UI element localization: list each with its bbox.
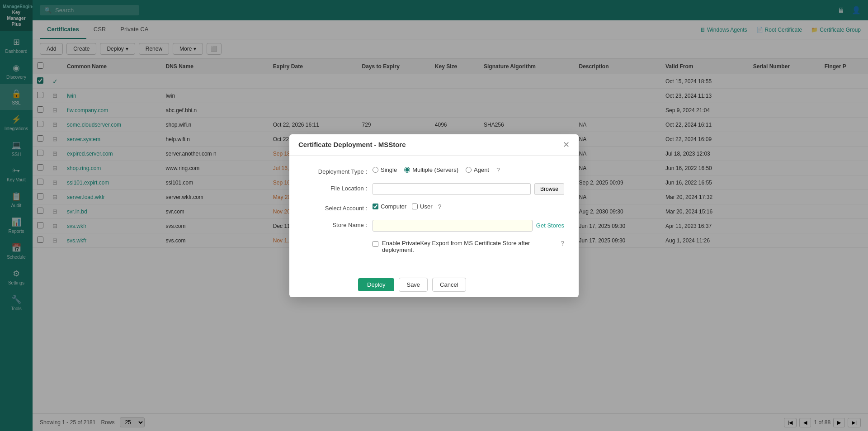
multiple-radio[interactable]: [404, 167, 410, 173]
user-checkbox[interactable]: [412, 204, 418, 209]
computer-checkbox[interactable]: [373, 204, 378, 209]
modal-header: Certificate Deployment - MSStore ✕: [289, 134, 579, 156]
select-account-control: Computer User ?: [373, 203, 564, 210]
deployment-type-row: Deployment Type : Single Multiple (Serve…: [304, 166, 564, 175]
single-label: Single: [381, 166, 397, 173]
enable-export-label: Enable PrivateKey Export from MS Certifi…: [382, 240, 557, 253]
file-location-row: File Location : Browse: [304, 183, 564, 195]
select-account-row: Select Account : Computer User ?: [304, 203, 564, 212]
store-name-control: Get Stores: [373, 220, 564, 232]
file-location-label: File Location :: [304, 183, 367, 192]
modal-close-button[interactable]: ✕: [563, 141, 570, 149]
store-name-row: Store Name : Get Stores: [304, 220, 564, 232]
modal-title: Certificate Deployment - MSStore: [298, 141, 406, 148]
file-location-input[interactable]: [373, 183, 531, 195]
user-check-label[interactable]: User: [412, 203, 432, 210]
get-stores-link[interactable]: Get Stores: [536, 222, 564, 229]
multiple-radio-label[interactable]: Multiple (Servers): [404, 166, 458, 173]
cancel-button[interactable]: Cancel: [432, 278, 466, 292]
file-location-control: Browse: [373, 183, 564, 195]
agent-radio[interactable]: [466, 167, 472, 173]
store-name-label: Store Name :: [304, 220, 367, 228]
select-account-label: Select Account :: [304, 203, 367, 212]
account-help-icon[interactable]: ?: [438, 203, 442, 210]
single-radio[interactable]: [373, 167, 378, 173]
agent-label: Agent: [474, 166, 489, 173]
deployment-type-control: Single Multiple (Servers) Agent ?: [373, 166, 564, 174]
modal-footer: Deploy Save Cancel: [289, 272, 579, 297]
deploy-action-button[interactable]: Deploy: [358, 278, 394, 291]
deployment-type-label: Deployment Type :: [304, 166, 367, 175]
certificate-deployment-modal: Certificate Deployment - MSStore ✕ Deplo…: [289, 134, 579, 297]
computer-label: Computer: [381, 203, 406, 210]
agent-radio-label[interactable]: Agent: [466, 166, 489, 173]
computer-check-label[interactable]: Computer: [373, 203, 406, 210]
export-help-icon[interactable]: ?: [561, 240, 564, 247]
store-name-input[interactable]: [373, 220, 533, 232]
modal-body: Deployment Type : Single Multiple (Serve…: [289, 156, 579, 272]
enable-export-row: Enable PrivateKey Export from MS Certifi…: [304, 240, 564, 253]
browse-button[interactable]: Browse: [534, 183, 564, 195]
save-button[interactable]: Save: [399, 278, 428, 292]
user-label: User: [420, 203, 432, 210]
enable-export-checkbox[interactable]: [373, 241, 378, 247]
single-radio-label[interactable]: Single: [373, 166, 397, 173]
modal-overlay: Certificate Deployment - MSStore ✕ Deplo…: [0, 0, 868, 431]
multiple-label: Multiple (Servers): [412, 166, 458, 173]
deployment-type-help-icon[interactable]: ?: [496, 166, 500, 174]
enable-export-control: Enable PrivateKey Export from MS Certifi…: [373, 240, 564, 253]
